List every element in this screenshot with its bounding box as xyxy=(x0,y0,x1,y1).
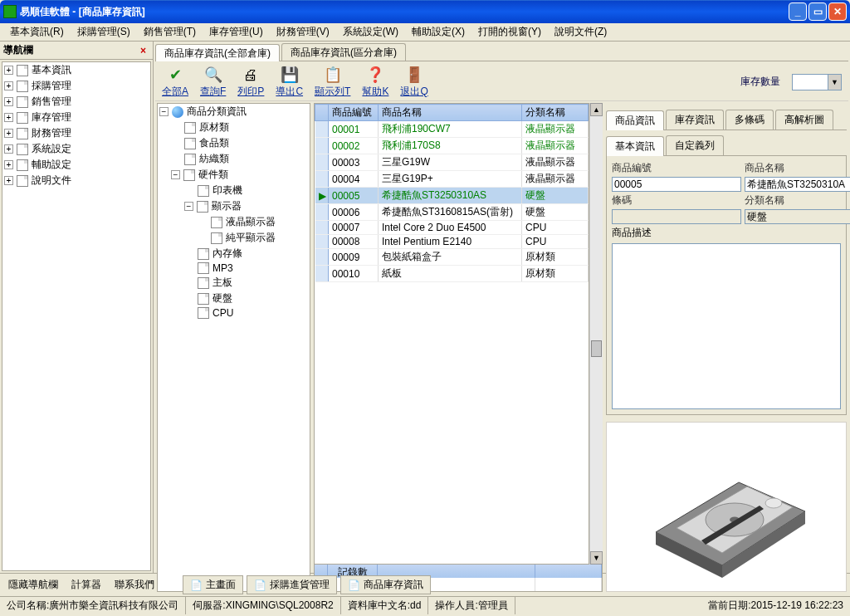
tool-export[interactable]: 💾導出C xyxy=(276,65,303,99)
detail-tab-barcode[interactable]: 多條碼 xyxy=(725,110,774,130)
table-row[interactable]: 00006 希捷酷魚ST3160815AS(雷射) 硬盤 xyxy=(315,204,589,221)
expander-icon[interactable]: + xyxy=(4,113,13,122)
menu-system[interactable]: 系統設定(W) xyxy=(336,23,405,41)
table-row[interactable]: 00007 Intel Core 2 Duo E4500 CPU xyxy=(315,221,589,235)
label-name: 商品名稱 xyxy=(745,161,850,175)
cat-item[interactable]: 紡織類 xyxy=(199,152,229,166)
maximize-button[interactable]: ▭ xyxy=(808,2,827,21)
table-row[interactable]: 00008 Intel Pentium E2140 CPU xyxy=(315,235,589,249)
link-contact[interactable]: 聯系我們 xyxy=(110,576,159,594)
nav-item[interactable]: 說明文件 xyxy=(32,174,71,188)
field-code[interactable] xyxy=(612,177,741,192)
link-hide-nav[interactable]: 隱藏導航欄 xyxy=(3,576,63,594)
cat-item[interactable]: 內存條 xyxy=(212,247,242,261)
table-row[interactable]: 00001 飛利浦190CW7 液晶顯示器 xyxy=(315,121,589,138)
detail-tab-stock[interactable]: 庫存資訊 xyxy=(666,110,724,130)
expander-icon[interactable]: + xyxy=(4,176,13,185)
file-icon xyxy=(198,293,209,305)
col-code[interactable]: 商品編號 xyxy=(329,105,379,121)
menu-purchase[interactable]: 採購管理(S) xyxy=(71,23,137,41)
nav-item[interactable]: 系統設定 xyxy=(32,142,71,156)
nav-item[interactable]: 輔助設定 xyxy=(32,158,71,172)
table-row[interactable]: 00002 飛利浦170S8 液晶顯示器 xyxy=(315,138,589,154)
detail-tab-image[interactable]: 高解析圖 xyxy=(775,110,833,130)
expander-icon[interactable]: − xyxy=(171,170,180,179)
col-cat[interactable]: 分類名稱 xyxy=(522,105,589,121)
expander-icon[interactable]: − xyxy=(159,107,169,116)
field-name[interactable] xyxy=(745,177,850,192)
cell-code: 00005 xyxy=(329,188,379,204)
nav-item[interactable]: 採購管理 xyxy=(32,79,71,93)
nav-tree[interactable]: +基本資訊 +採購管理 +銷售管理 +庫存管理 +財務管理 +系統設定 +輔助設… xyxy=(2,61,151,571)
nav-close-icon[interactable]: × xyxy=(137,45,149,56)
menu-aux[interactable]: 輔助設定(X) xyxy=(405,23,471,41)
cat-item[interactable]: 印表機 xyxy=(212,183,242,198)
field-barcode[interactable] xyxy=(612,209,741,224)
table-row[interactable]: 00010 紙板 原材類 xyxy=(315,266,589,282)
tool-all[interactable]: ✔全部A xyxy=(162,65,188,99)
menu-help[interactable]: 說明文件(Z) xyxy=(548,23,613,41)
scroll-up-icon[interactable]: ▲ xyxy=(590,103,603,116)
menu-basic[interactable]: 基本資訊(R) xyxy=(3,23,71,41)
expander-icon[interactable]: + xyxy=(4,144,13,154)
cat-item[interactable]: 主板 xyxy=(212,276,232,290)
nav-item[interactable]: 庫存管理 xyxy=(32,110,71,125)
cat-item[interactable]: 原材類 xyxy=(199,120,229,134)
expander-icon[interactable]: + xyxy=(4,160,13,169)
tab-inventory-split[interactable]: 商品庫存資訊(區分倉庫) xyxy=(281,43,406,61)
nav-item[interactable]: 財務管理 xyxy=(32,126,71,140)
tool-help[interactable]: ❓幫助K xyxy=(362,65,388,99)
expander-icon[interactable]: − xyxy=(184,202,193,211)
subtab-basic[interactable]: 基本資訊 xyxy=(606,136,664,156)
subtab-custom[interactable]: 自定義列 xyxy=(666,135,724,155)
table-row[interactable]: 00004 三星G19P+ 液晶顯示器 xyxy=(315,171,589,188)
menu-finance[interactable]: 財務管理(V) xyxy=(270,23,336,41)
cat-item[interactable]: 硬件類 xyxy=(198,168,228,182)
cat-item[interactable]: 純平顯示器 xyxy=(226,231,276,245)
cat-item[interactable]: 食品類 xyxy=(199,136,229,150)
nav-item[interactable]: 基本資訊 xyxy=(32,63,71,77)
bottom-btn-inventory[interactable]: 📄商品庫存資訊 xyxy=(340,575,431,594)
bottom-btn-home[interactable]: 📄主畫面 xyxy=(183,575,243,594)
expander-icon[interactable]: + xyxy=(4,81,13,90)
cell-code: 00010 xyxy=(329,266,379,282)
tab-inventory-all[interactable]: 商品庫存資訊(全部倉庫) xyxy=(155,44,280,61)
data-grid[interactable]: 商品編號 商品名稱 分類名稱 00001 飛利浦190CW7 液晶顯示器 000… xyxy=(314,103,589,565)
nav-item[interactable]: 銷售管理 xyxy=(32,95,71,109)
col-name[interactable]: 商品名稱 xyxy=(379,105,522,121)
minimize-button[interactable]: _ xyxy=(789,2,807,21)
tool-print[interactable]: 🖨列印P xyxy=(237,65,264,99)
link-calc[interactable]: 計算器 xyxy=(66,576,106,594)
menu-sales[interactable]: 銷售管理(T) xyxy=(137,23,203,41)
file-icon xyxy=(17,65,28,76)
cat-item[interactable]: 硬盤 xyxy=(212,291,232,306)
tool-exit[interactable]: 🚪退出Q xyxy=(400,65,427,99)
stock-qty-combo[interactable]: ▼ xyxy=(792,74,842,90)
file-icon xyxy=(17,96,28,108)
table-row[interactable]: 00009 包裝紙箱盒子 原材類 xyxy=(315,249,589,266)
cat-item[interactable]: 顯示器 xyxy=(212,199,242,213)
cell-cat: 原材類 xyxy=(522,266,589,282)
expander-icon[interactable]: + xyxy=(4,129,13,138)
tool-query[interactable]: 🔍查詢F xyxy=(200,65,226,99)
cat-root[interactable]: 商品分類資訊 xyxy=(187,105,247,119)
titlebar: 易順佳軟體 - [商品庫存資訊] _ ▭ ✕ xyxy=(0,0,850,23)
detail-tab-product[interactable]: 商品資訊 xyxy=(606,110,664,130)
field-desc[interactable] xyxy=(612,243,841,409)
cat-item[interactable]: CPU xyxy=(212,307,233,319)
expander-icon[interactable]: + xyxy=(4,66,13,75)
category-tree[interactable]: −商品分類資訊 原材類 食品類 紡織類 −硬件類 印表機 −顯示器 液晶顯示器 … xyxy=(157,103,310,592)
cat-item[interactable]: MP3 xyxy=(212,262,233,274)
expander-icon[interactable]: + xyxy=(4,97,13,106)
table-row[interactable]: 00003 三星G19W 液晶顯示器 xyxy=(315,154,589,171)
cat-item[interactable]: 液晶顯示器 xyxy=(226,215,276,229)
grid-scrollbar[interactable]: ▲ ▼ xyxy=(589,103,603,565)
menu-windows[interactable]: 打開的視窗(Y) xyxy=(471,23,548,41)
table-row[interactable]: ▶ 00005 希捷酷魚ST3250310AS 硬盤 xyxy=(315,188,589,204)
field-cat[interactable] xyxy=(745,209,850,224)
tool-display[interactable]: 📋顯示列T xyxy=(315,65,350,99)
close-button[interactable]: ✕ xyxy=(828,2,847,21)
bottom-btn-purchase[interactable]: 📄採購進貨管理 xyxy=(247,575,337,594)
scroll-down-icon[interactable]: ▼ xyxy=(590,551,603,565)
menu-inventory[interactable]: 庫存管理(U) xyxy=(203,23,270,41)
